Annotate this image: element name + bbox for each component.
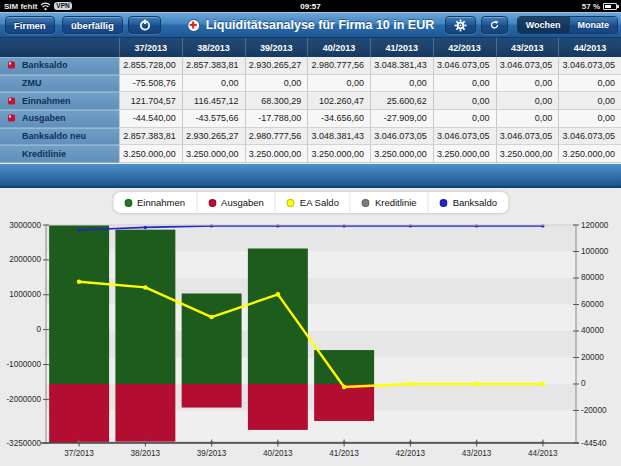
value-cell[interactable]: 3.046.073,05 (433, 57, 496, 75)
value-cell[interactable]: 3.046.073,05 (496, 57, 559, 75)
value-cell: 2.857.383,81 (119, 128, 182, 146)
value-cell[interactable]: 0,00 (496, 92, 559, 110)
bar-ausgaben-39/2013[interactable] (182, 384, 242, 408)
value-cell[interactable]: 0,00 (433, 110, 496, 128)
right-tick-label: 20000 (581, 353, 604, 362)
bar-einnahmen-37/2013[interactable] (49, 225, 109, 384)
row-label[interactable]: ZMU (0, 75, 119, 93)
left-tick-label: 2000000 (9, 255, 41, 264)
liquidity-chart[interactable]: 3000000200000010000000-1000000-2000000-3… (0, 188, 621, 466)
value-cell[interactable]: 102.260,47 (307, 92, 370, 110)
value-cell[interactable]: 121.704,57 (119, 92, 182, 110)
value-cell[interactable]: 2.855.728,00 (119, 57, 182, 75)
bar-einnahmen-38/2013[interactable] (115, 230, 175, 384)
value-cell[interactable]: 2.980.777,56 (307, 57, 370, 75)
value-cell[interactable]: 3.048.381,43 (370, 57, 433, 75)
point-ea-saldo-40/2013[interactable] (276, 292, 281, 297)
segment-wochen[interactable]: Wochen (518, 17, 569, 33)
value-cell: 0,00 (496, 75, 559, 93)
value-cell: 3.046.073,05 (496, 128, 559, 146)
right-tick-label: -20000 (581, 406, 607, 415)
row-flag-icon (8, 97, 15, 104)
value-cell[interactable]: 2.930.265,27 (245, 57, 308, 75)
settings-button[interactable] (445, 16, 476, 34)
left-tick-label: -1000000 (6, 360, 41, 369)
row-label[interactable]: Kreditlinie (0, 145, 119, 163)
point-ea-saldo-38/2013[interactable] (143, 285, 148, 290)
value-cell[interactable]: 116.457,12 (182, 92, 245, 110)
table-row: Einnahmen121.704,57116.457,1268.300,2910… (0, 92, 621, 110)
row-label[interactable]: Einnahmen (0, 92, 119, 110)
value-cell[interactable]: -44.540,00 (119, 110, 182, 128)
left-tick-label: -3250000 (6, 439, 41, 448)
value-cell[interactable]: 3.046.073,05 (558, 57, 621, 75)
legend-item-banksaldo: Banksaldo (428, 192, 508, 213)
right-tick-label: 0 (581, 379, 586, 388)
point-ea-saldo-41/2013[interactable] (342, 385, 347, 390)
bar-ausgaben-40/2013[interactable] (248, 384, 308, 430)
legend-dot (440, 199, 448, 207)
point-ea-saldo-44/2013[interactable] (541, 382, 546, 387)
value-cell: 3.250.000,00 (119, 145, 182, 163)
value-cell[interactable]: 68.300,29 (245, 92, 308, 110)
refresh-icon (490, 19, 499, 31)
point-ea-saldo-39/2013[interactable] (209, 315, 214, 320)
left-tick-label: -2000000 (6, 395, 41, 404)
value-cell: 0,00 (558, 75, 621, 93)
value-cell: 3.250.000,00 (558, 145, 621, 163)
row-label[interactable]: Ausgaben (0, 110, 119, 128)
value-cell[interactable]: -34.656,60 (307, 110, 370, 128)
table-row: Ausgaben-44.540,00-43.575,66-17.788,00-3… (0, 110, 621, 128)
table-row: Banksaldo2.855.728,002.857.383,812.930.2… (0, 57, 621, 75)
value-cell[interactable]: 0,00 (433, 92, 496, 110)
point-banksaldo-38/2013[interactable] (144, 226, 147, 229)
x-tick-label: 43/2013 (462, 449, 492, 458)
battery-percent: 57 % (582, 2, 600, 11)
row-label[interactable]: Banksaldo neu (0, 128, 119, 146)
column-header: 44/2013 (558, 38, 621, 57)
value-cell[interactable]: 25.600,62 (370, 92, 433, 110)
gear-icon (454, 19, 467, 32)
bar-einnahmen-41/2013[interactable] (314, 350, 374, 384)
value-cell[interactable]: 0,00 (558, 92, 621, 110)
value-cell[interactable]: 0,00 (496, 110, 559, 128)
left-tick-label: 3000000 (9, 221, 41, 230)
x-tick-label: 41/2013 (329, 449, 359, 458)
legend-dot (362, 199, 370, 207)
firmen-button[interactable]: Firmen (5, 16, 55, 34)
value-cell: 3.250.000,00 (370, 145, 433, 163)
value-cell[interactable]: -17.788,00 (245, 110, 308, 128)
value-cell: 3.046.073,05 (433, 128, 496, 146)
value-cell[interactable]: 2.857.383,81 (182, 57, 245, 75)
value-cell[interactable]: 0,00 (558, 110, 621, 128)
table-header-row: 37/201338/201339/201340/201341/201342/20… (0, 38, 621, 57)
refresh-button[interactable] (481, 16, 508, 34)
right-tick-label: 40000 (581, 326, 604, 335)
segment-monate[interactable]: Monate (569, 17, 618, 33)
app-screen: SIM fehlt VPN 09:57 57 % Firmen überfäll… (0, 0, 621, 466)
point-banksaldo-37/2013[interactable] (77, 228, 80, 231)
point-ea-saldo-43/2013[interactable] (474, 382, 479, 387)
column-header: 37/2013 (119, 38, 182, 57)
logout-button[interactable] (128, 16, 161, 34)
x-tick-label: 37/2013 (64, 449, 94, 458)
bar-ausgaben-37/2013[interactable] (49, 384, 109, 443)
row-label[interactable]: Banksaldo (0, 57, 119, 75)
value-cell[interactable]: -43.575,66 (182, 110, 245, 128)
table-row: Banksaldo neu2.857.383,812.930.265,272.9… (0, 128, 621, 146)
chart-region: EinnahmenAusgabenEA SaldoKreditlinieBank… (0, 188, 621, 466)
column-header: 41/2013 (370, 38, 433, 57)
point-ea-saldo-42/2013[interactable] (408, 382, 413, 387)
bar-ausgaben-41/2013[interactable] (314, 384, 374, 421)
value-cell: 3.250.000,00 (245, 145, 308, 163)
ueberfaellig-button[interactable]: überfällig (62, 16, 123, 34)
value-cell[interactable]: -27.909,00 (370, 110, 433, 128)
column-header: 38/2013 (182, 38, 245, 57)
bar-einnahmen-40/2013[interactable] (248, 249, 308, 384)
x-tick-label: 42/2013 (396, 449, 426, 458)
divider-band (0, 164, 621, 188)
legend-item-kreditlinie: Kreditlinie (350, 192, 428, 213)
point-ea-saldo-37/2013[interactable] (77, 279, 82, 284)
right-tick-label: 100000 (581, 247, 609, 256)
bar-ausgaben-38/2013[interactable] (115, 384, 175, 442)
